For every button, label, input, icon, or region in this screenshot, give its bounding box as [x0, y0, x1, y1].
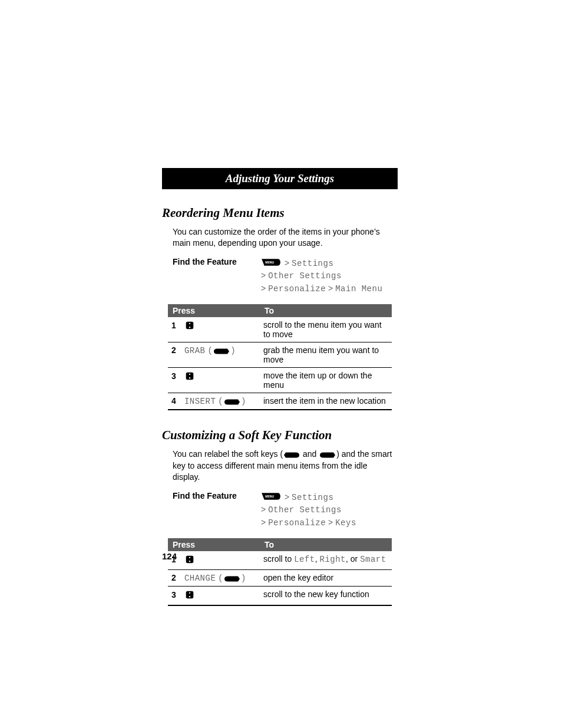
svg-rect-8: [186, 555, 194, 563]
text: , or: [346, 554, 360, 564]
table-row: 3 move the item up or down the menu: [168, 367, 392, 393]
path-other-settings: Other Settings: [268, 505, 342, 515]
section1-intro: You can customize the order of the items…: [162, 226, 398, 249]
option-smart: Smart: [360, 555, 386, 564]
option-left: Left: [294, 555, 315, 564]
content-column: Adjusting Your Settings Reordering Menu …: [162, 168, 398, 624]
right-softkey-icon: [223, 574, 241, 583]
find-feature-block-2: Find the Feature MENU >Settings >Other S…: [162, 491, 398, 529]
option-right: Right: [320, 555, 346, 564]
step-number: 3: [171, 371, 182, 381]
svg-text:MENU: MENU: [265, 495, 274, 498]
paren: ): [241, 397, 246, 406]
softkey-grab: GRAB: [184, 346, 206, 355]
chevron-right-icon: >: [328, 518, 335, 527]
text: ,: [315, 554, 320, 564]
svg-point-6: [189, 377, 190, 378]
table-row: 1 scroll to the menu item you want to mo…: [168, 317, 392, 342]
step-number: 3: [171, 590, 182, 599]
table-row: 3 scroll to the new key function: [168, 587, 392, 606]
path-personalize: Personalize: [268, 518, 326, 528]
page-number: 124: [162, 551, 177, 561]
step-number: 4: [171, 396, 182, 406]
step-description: scroll to the menu item you want to move: [260, 317, 392, 342]
right-softkey-icon: [223, 397, 241, 406]
col-press: Press: [168, 304, 260, 317]
svg-point-3: [189, 327, 190, 328]
col-press: Press: [168, 538, 260, 551]
step-description: move the item up or down the menu: [260, 367, 392, 393]
step-description: scroll to Left, Right, or Smart: [260, 551, 392, 570]
svg-point-9: [189, 556, 190, 558]
page: Adjusting Your Settings Reordering Menu …: [0, 0, 562, 728]
scroll-key-icon: [184, 554, 195, 566]
chevron-right-icon: >: [261, 518, 268, 527]
step-number: 1: [171, 321, 182, 330]
scroll-key-icon: [184, 589, 195, 602]
menu-key-icon: MENU: [261, 492, 281, 503]
col-to: To: [260, 304, 392, 317]
paren: ): [230, 346, 236, 355]
table-row: 2 CHANGE () open the key editor: [168, 569, 392, 586]
feature-path-1: MENU >Settings >Other Settings >Personal…: [261, 257, 382, 295]
chevron-right-icon: >: [261, 284, 268, 293]
section-title-reordering: Reordering Menu Items: [162, 206, 398, 220]
chevron-right-icon: >: [261, 505, 268, 514]
path-settings: Settings: [292, 493, 333, 502]
chapter-heading: Adjusting Your Settings: [226, 172, 334, 185]
step-number: 2: [171, 573, 182, 582]
text: scroll to: [263, 554, 294, 564]
col-to: To: [260, 538, 392, 551]
left-softkey-icon: [283, 449, 300, 460]
svg-point-12: [189, 592, 190, 594]
svg-point-5: [189, 373, 190, 374]
svg-point-13: [189, 596, 190, 597]
path-settings: Settings: [292, 259, 333, 268]
section2-intro: You can relabel the soft keys ( and ) an…: [162, 449, 398, 483]
menu-key-icon: MENU: [261, 258, 281, 269]
step-description: insert the item in the new location: [260, 393, 392, 410]
right-softkey-icon: [213, 346, 230, 355]
chevron-right-icon: >: [285, 492, 292, 502]
paren: (: [218, 397, 223, 406]
intro-text: You can relabel the soft keys (: [173, 449, 283, 459]
steps-table-2: Press To 1 scroll to Left, Right, or Sma…: [168, 538, 392, 606]
scroll-key-icon: [184, 371, 195, 383]
find-feature-label: Find the Feature: [173, 257, 261, 295]
find-feature-block-1: Find the Feature MENU >Settings >Other S…: [162, 257, 398, 295]
path-other-settings: Other Settings: [268, 271, 342, 281]
step-description: grab the menu item you want to move: [260, 342, 392, 367]
path-personalize: Personalize: [268, 284, 326, 294]
chevron-right-icon: >: [328, 284, 335, 293]
svg-text:MENU: MENU: [265, 261, 274, 264]
softkey-change: CHANGE: [184, 574, 216, 583]
feature-path-2: MENU >Settings >Other Settings >Personal…: [261, 491, 356, 529]
steps-table-1: Press To 1 scroll to the menu item you w…: [168, 304, 392, 410]
chapter-heading-bar: Adjusting Your Settings: [162, 168, 398, 189]
svg-rect-4: [186, 373, 194, 380]
paren: ): [241, 574, 246, 583]
scroll-key-icon: [184, 320, 195, 332]
step-description: open the key editor: [260, 569, 392, 586]
section-title-softkey: Customizing a Soft Key Function: [162, 428, 398, 443]
path-main-menu: Main Menu: [335, 284, 382, 294]
right-softkey-icon: [319, 449, 336, 460]
paren: (: [218, 574, 223, 583]
find-feature-label: Find the Feature: [173, 491, 261, 529]
path-keys: Keys: [335, 518, 356, 528]
chevron-right-icon: >: [285, 258, 292, 268]
paren: (: [207, 346, 213, 355]
table-row: 1 scroll to Left, Right, or Smart: [168, 551, 392, 570]
step-description: scroll to the new key function: [260, 587, 392, 606]
svg-point-2: [189, 322, 190, 324]
table-row: 2 GRAB () grab the menu item you want to…: [168, 342, 392, 367]
chevron-right-icon: >: [261, 271, 268, 280]
svg-rect-1: [186, 322, 194, 330]
table-row: 4 INSERT () insert the item in the new l…: [168, 393, 392, 410]
intro-text: and: [300, 449, 319, 459]
step-number: 2: [171, 345, 182, 355]
svg-point-10: [189, 561, 190, 562]
svg-rect-11: [186, 591, 194, 599]
softkey-insert: INSERT: [184, 397, 216, 406]
